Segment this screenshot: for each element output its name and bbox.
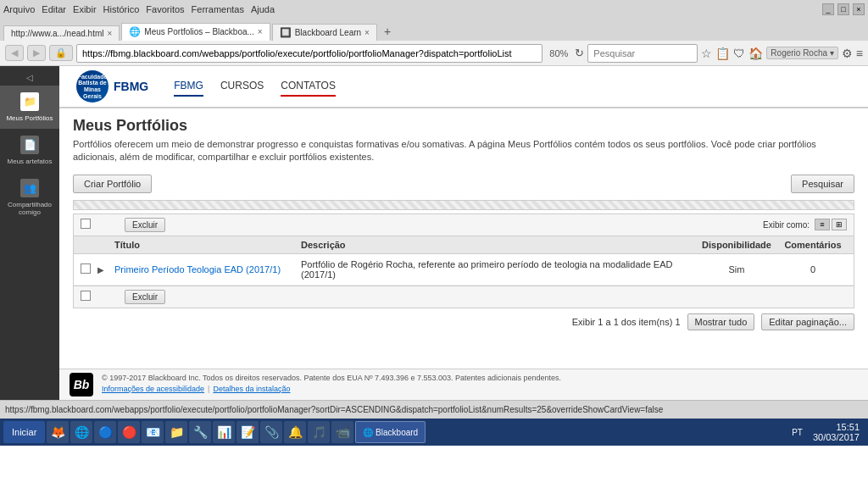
shield-icon: 🛡: [733, 47, 745, 60]
reload-button[interactable]: 🔒: [49, 45, 73, 61]
menu-icon[interactable]: ≡: [856, 47, 863, 60]
sidebar-item-shared[interactable]: 👥 Compartilhado comigo: [0, 172, 59, 223]
title-bar-menu-editar[interactable]: Editar: [42, 4, 66, 14]
col-header-comments: Comentários: [779, 240, 847, 250]
main-layout: ◁ 📁 Meus Portfólios 📄 Meus artefatos 👥 C…: [0, 66, 868, 400]
show-all-button[interactable]: Mostrar tudo: [687, 313, 755, 330]
title-bar: Arquivo Editar Exibir Histórico Favorito…: [0, 0, 868, 19]
inst-nav-fbmg[interactable]: FBMG: [174, 76, 203, 97]
title-bar-menu-ferramentas[interactable]: Ferramentas: [192, 4, 244, 14]
tab-2-label: Blackboard Learn: [295, 28, 361, 37]
browser-search-input[interactable]: [587, 44, 698, 63]
refresh-button[interactable]: ↻: [575, 47, 584, 59]
sidebar: ◁ 📁 Meus Portfólios 📄 Meus artefatos 👥 C…: [0, 66, 59, 400]
taskbar-icon-2[interactable]: 🔵: [94, 421, 116, 443]
taskbar-clock: 15:51 30/03/2017: [808, 422, 865, 442]
taskbar-icon-9[interactable]: 📎: [260, 421, 282, 443]
close-button[interactable]: ×: [853, 3, 865, 15]
inst-nav: FBMG CURSOS CONTATOS: [174, 76, 336, 97]
inst-nav-contatos[interactable]: CONTATOS: [281, 76, 336, 97]
taskbar-icon-8[interactable]: 📝: [236, 421, 259, 443]
toolbar: Criar Portfólio Pesquisar: [73, 175, 854, 193]
taskbar-icon-11[interactable]: 🎵: [308, 421, 330, 443]
inst-header: Faculdade Batista de Minas Gerais FBMG F…: [59, 66, 868, 108]
row-title[interactable]: Primeiro Período Teologia EAD (2017/1): [114, 264, 301, 274]
sidebar-item-portfolios[interactable]: 📁 Meus Portfólios: [0, 86, 59, 129]
inst-logo-text: Faculdade Batista de Minas Gerais: [76, 74, 108, 100]
bookmark-icon[interactable]: ☆: [701, 47, 712, 60]
create-portfolio-button[interactable]: Criar Portfólio: [73, 175, 152, 193]
footer-info: © 1997-2017 Blackboard Inc. Todos os dir…: [102, 373, 561, 393]
title-bar-menu-arquivo[interactable]: Arquivo: [3, 4, 35, 14]
tab-2[interactable]: 🔲 Blackboard Learn ×: [272, 24, 377, 41]
taskbar-active-app[interactable]: 🌐 Blackboard: [355, 421, 426, 443]
row-arrow-button[interactable]: ▶: [97, 265, 104, 274]
taskbar-icon-12[interactable]: 📹: [331, 421, 353, 443]
tab-1-close[interactable]: ×: [258, 27, 263, 36]
window-controls: _ □ ×: [822, 3, 865, 15]
taskbar-icon-1[interactable]: 🌐: [70, 421, 92, 443]
artifacts-icon: 📄: [20, 136, 39, 154]
grid-view-icon[interactable]: ⊞: [832, 219, 847, 230]
maximize-button[interactable]: □: [837, 3, 849, 15]
table-row: ▶ Primeiro Período Teologia EAD (2017/1)…: [74, 254, 854, 286]
title-bar-menu-favoritos[interactable]: Favoritos: [146, 4, 184, 14]
col-header-title: Título: [114, 240, 301, 250]
col-header-availability: Disponibilidade: [694, 240, 779, 250]
sidebar-collapse-btn[interactable]: ◁: [23, 69, 36, 86]
title-bar-menu-ajuda[interactable]: Ajuda: [251, 4, 275, 14]
sidebar-artifacts-label: Meus artefatos: [8, 158, 53, 165]
inst-logo: Faculdade Batista de Minas Gerais: [76, 70, 108, 103]
taskbar-icon-6[interactable]: 🔧: [189, 421, 211, 443]
start-button[interactable]: Iniciar: [3, 421, 45, 443]
taskbar-icon-5[interactable]: 📁: [165, 421, 187, 443]
col-header-description: Descrição: [301, 240, 694, 250]
back-button[interactable]: ◀: [5, 45, 24, 61]
taskbar-icon-3[interactable]: 🔴: [118, 421, 140, 443]
page-description: Portfólios oferecem um meio de demonstra…: [73, 138, 854, 164]
status-url: https://fbmg.blackboard.com/webapps/port…: [5, 405, 863, 414]
title-bar-menu-historico[interactable]: Histórico: [103, 4, 140, 14]
footer: Bb © 1997-2017 Blackboard Inc. Todos os …: [59, 369, 868, 400]
row-checkbox[interactable]: [81, 263, 91, 274]
select-all-bottom-checkbox[interactable]: [81, 291, 91, 301]
tab-2-close[interactable]: ×: [364, 28, 370, 37]
portfolios-icon: 📁: [20, 92, 39, 111]
sidebar-item-artifacts[interactable]: 📄 Meus artefatos: [0, 129, 59, 172]
inst-nav-cursos[interactable]: CURSOS: [220, 76, 264, 97]
tab-1-icon: 🌐: [129, 26, 141, 37]
tab-1[interactable]: 🌐 Meus Portfolios – Blackboa... ×: [121, 23, 270, 41]
nav-icons: ☆ 📋 🛡 🏠 Rogerio Rocha ▾ ⚙ ≡: [701, 47, 863, 60]
row-description: Portfólio de Rogério Rocha, referente ao…: [301, 259, 694, 280]
taskbar-icon-4[interactable]: 📧: [142, 421, 164, 443]
taskbar-icon-0[interactable]: 🦊: [47, 421, 69, 443]
table-header-row: Título Descrição Disponibilidade Comentá…: [74, 236, 854, 254]
page-title: Meus Portfólios: [73, 117, 854, 135]
settings-icon[interactable]: ⚙: [842, 47, 853, 60]
footer-details-link[interactable]: Detalhes da instalação: [213, 385, 290, 393]
delete-button-bottom[interactable]: Excluir: [125, 290, 165, 304]
tab-0-close[interactable]: ×: [108, 29, 113, 38]
taskbar-icon-10[interactable]: 🔔: [284, 421, 306, 443]
footer-separator: |: [208, 385, 209, 393]
inst-abbr: FBMG: [114, 80, 148, 93]
delete-button-top[interactable]: Excluir: [125, 218, 165, 232]
title-bar-menu-exibir[interactable]: Exibir: [73, 4, 97, 14]
logo-area: Faculdade Batista de Minas Gerais FBMG: [76, 70, 148, 103]
search-button[interactable]: Pesquisar: [791, 175, 854, 193]
edit-pagination-button[interactable]: Editar paginação...: [761, 313, 854, 330]
history-icon[interactable]: 📋: [715, 47, 730, 60]
clock-time: 15:51: [813, 422, 860, 432]
forward-button[interactable]: ▶: [27, 45, 46, 61]
row-comments: 0: [779, 264, 847, 274]
select-all-checkbox[interactable]: [81, 219, 91, 229]
minimize-button[interactable]: _: [822, 3, 834, 15]
list-view-icon[interactable]: ≡: [815, 219, 830, 230]
add-tab-button[interactable]: +: [379, 22, 396, 41]
home-icon[interactable]: 🏠: [748, 47, 763, 60]
clock-date: 30/03/2017: [813, 432, 860, 442]
footer-accessibility-link[interactable]: Informações de acessibilidade: [102, 385, 204, 393]
url-input[interactable]: [76, 44, 542, 63]
tab-0[interactable]: http://www.a.../nead.html ×: [3, 25, 120, 41]
taskbar-icon-7[interactable]: 📊: [213, 421, 235, 443]
